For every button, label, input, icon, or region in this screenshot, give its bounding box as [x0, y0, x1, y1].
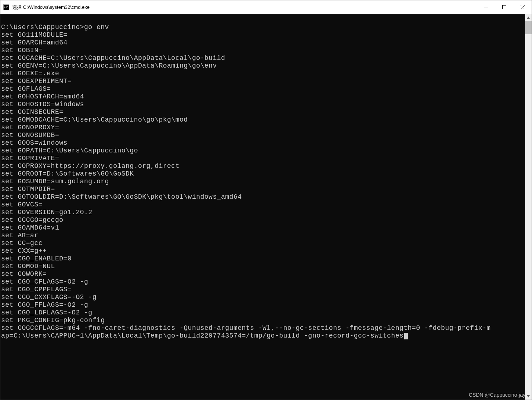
output-line: set GOROOT=D:\Softwares\GO\GoSDK — [1, 170, 524, 178]
window-controls — [477, 0, 532, 14]
maximize-button[interactable] — [495, 0, 513, 14]
output-line: set GOHOSTARCH=amd64 — [1, 93, 524, 101]
output-line: set CGO_CPPFLAGS= — [1, 286, 524, 293]
output-line: set GOMOD=NUL — [1, 263, 524, 270]
output-line: set CGO_LDFLAGS=-O2 -g — [1, 309, 524, 317]
cursor — [404, 333, 408, 339]
output-line: set GOTOOLDIR=D:\Softwares\GO\GoSDK\pkg\… — [1, 193, 524, 201]
scroll-thumb[interactable] — [525, 21, 532, 34]
scroll-down-button[interactable] — [525, 393, 532, 400]
svg-rect-1 — [502, 6, 506, 9]
output-line: set GOHOSTOS=windows — [1, 101, 524, 108]
output-line: set GOMODCACHE=C:\Users\Cappuccino\go\pk… — [1, 116, 524, 124]
watermark: CSDN @Cappuccino-jay — [469, 392, 525, 398]
output-line: set GOPROXY=https://proxy.golang.org,dir… — [1, 162, 524, 170]
output-line: set GOTMPDIR= — [1, 185, 524, 193]
output-line: set CGO_ENABLED=0 — [1, 255, 524, 263]
output-line: set PKG_CONFIG=pkg-config — [1, 317, 524, 324]
output-line: set AR=ar — [1, 232, 524, 239]
output-line: set GOVCS= — [1, 201, 524, 209]
output-line: set GOSUMDB=sum.golang.org — [1, 178, 524, 185]
output-line: set GOINSECURE= — [1, 108, 524, 116]
terminal-area: C:\Users\Cappuccino>go envset GO111MODUL… — [0, 14, 532, 400]
blank-line — [1, 16, 524, 24]
close-button[interactable] — [513, 0, 532, 14]
output-line: set GOARCH=amd64 — [1, 39, 524, 47]
output-line: set GONOPROXY= — [1, 124, 524, 131]
output-line: set CGO_CXXFLAGS=-O2 -g — [1, 293, 524, 301]
output-line: set GO111MODULE= — [1, 31, 524, 39]
output-line: set GCCGO=gccgo — [1, 216, 524, 224]
output-line: set GOPRIVATE= — [1, 155, 524, 162]
output-line: set GOVERSION=go1.20.2 — [1, 209, 524, 216]
output-line: set GOCACHE=C:\Users\Cappuccino\AppData\… — [1, 54, 524, 62]
window-title: 选择 C:\Windows\system32\cmd.exe — [12, 4, 477, 11]
output-line: set GOWORK= — [1, 270, 524, 278]
prompt: C:\Users\Cappuccino> — [1, 24, 84, 31]
command: go env — [84, 24, 109, 31]
output-line: set GOAMD64=v1 — [1, 224, 524, 232]
output-line: set GOOS=windows — [1, 139, 524, 147]
output-line: set GOFLAGS= — [1, 85, 524, 93]
output-line: set GOENV=C:\Users\Cappuccino\AppData\Ro… — [1, 62, 524, 70]
prompt-line: C:\Users\Cappuccino>go env — [1, 24, 524, 31]
minimize-button[interactable] — [477, 0, 495, 14]
output-line-wrap: set GOGCCFLAGS=-m64 -fno-caret-diagnosti… — [1, 324, 524, 332]
output-line: set GOEXE=.exe — [1, 70, 524, 78]
output-line-last: ap=C:\Users\CAPPUC~1\AppData\Local\Temp\… — [1, 332, 524, 340]
output-line: set CC=gcc — [1, 239, 524, 247]
cmd-window: 选择 C:\Windows\system32\cmd.exe C:\Users\… — [0, 0, 532, 400]
output-line: set GOEXPERIMENT= — [1, 78, 524, 85]
output-line: set GOBIN= — [1, 47, 524, 54]
output-line: set CGO_FFLAGS=-O2 -g — [1, 301, 524, 309]
scrollbar[interactable] — [525, 14, 532, 400]
output-line: set GOPATH=C:\Users\Cappuccino\go — [1, 147, 524, 155]
output-line: set GONOSUMDB= — [1, 131, 524, 139]
titlebar[interactable]: 选择 C:\Windows\system32\cmd.exe — [0, 0, 532, 14]
output-line: set CGO_CFLAGS=-O2 -g — [1, 278, 524, 286]
terminal-output[interactable]: C:\Users\Cappuccino>go envset GO111MODUL… — [0, 14, 525, 400]
scroll-track[interactable] — [525, 21, 532, 393]
cmd-icon — [3, 4, 9, 10]
output-line: set CXX=g++ — [1, 247, 524, 255]
scroll-up-button[interactable] — [525, 14, 532, 21]
